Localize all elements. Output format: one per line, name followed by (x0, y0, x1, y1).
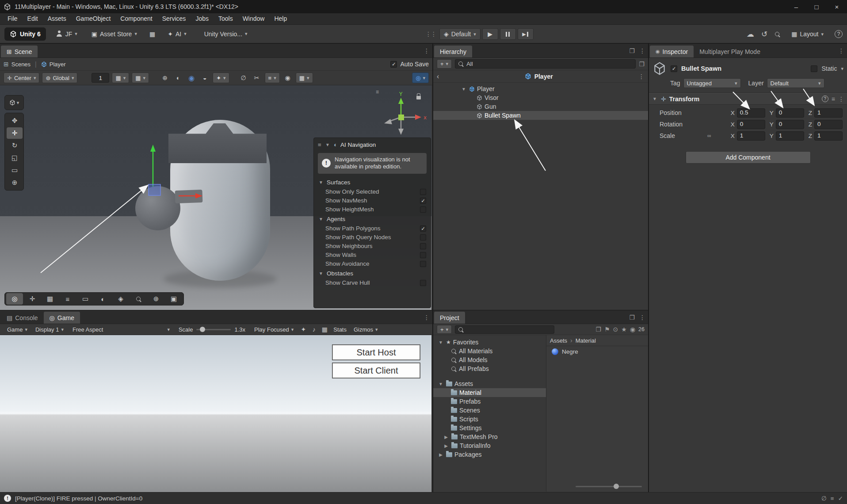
maximize-button[interactable]: □ (806, 0, 827, 13)
pivot-dropdown[interactable]: ✛Center▾ (4, 73, 39, 83)
account-dropdown[interactable]: JF▾ (52, 28, 81, 40)
menu-edit[interactable]: Edit (23, 13, 43, 24)
nav-item[interactable]: Show Path Query Nodes (314, 233, 431, 242)
project-row-material[interactable]: Material (433, 388, 546, 397)
version-control-dropdown[interactable]: Unity Versio...▾ (200, 28, 252, 40)
scale-z-field[interactable]: 1 (814, 131, 843, 141)
scene-visibility-icon[interactable]: ◉ (282, 73, 293, 83)
project-search-input[interactable] (455, 325, 554, 334)
cloud-icon[interactable]: ☁ (747, 30, 754, 39)
breadcrumb-material[interactable]: Material (576, 337, 596, 344)
shading-overlay-button[interactable]: ◐ (95, 293, 111, 305)
menu-jobs[interactable]: Jobs (191, 13, 214, 24)
label-icon[interactable]: ⚑ (604, 326, 610, 333)
rect-tool-button[interactable]: ▭ (7, 164, 23, 176)
nav-section-agents[interactable]: ▼Agents (314, 214, 431, 224)
hierarchy-pin-icon[interactable]: ❐ (629, 47, 635, 54)
nav-checkbox[interactable] (420, 252, 426, 258)
history-icon[interactable]: ↺ (761, 30, 767, 39)
playmode-config-dropdown[interactable]: ◈ Default▾ (439, 28, 481, 40)
unity-version-chip[interactable]: Unity 6 (4, 27, 46, 41)
tag-dropdown[interactable]: Untagged▾ (683, 78, 741, 88)
grid-size-field[interactable]: 1 (92, 73, 109, 83)
active-checkbox[interactable]: ✓ (671, 65, 677, 72)
nav-checkbox[interactable]: ✓ (420, 225, 426, 232)
hidden-objects-icon[interactable]: ∅ (238, 73, 249, 83)
zoom-slider[interactable] (576, 486, 642, 487)
tab-game[interactable]: ◎ Game (44, 312, 80, 324)
back-button[interactable]: ‹ (437, 73, 439, 80)
auto-save-checkbox[interactable]: ✓ (390, 61, 397, 68)
start-host-button[interactable]: Start Host (332, 345, 420, 360)
visibility-icon[interactable]: ◉ (630, 326, 635, 333)
hierarchy-menu-icon[interactable]: ⋮ (639, 47, 645, 54)
hierarchy-search-input[interactable]: All (455, 59, 636, 69)
effects-dropdown[interactable]: ✦▾ (213, 73, 229, 83)
nav-checkbox[interactable] (420, 243, 426, 249)
nav-item[interactable]: Show HeightMesh (314, 205, 431, 214)
close-button[interactable]: × (827, 0, 847, 13)
aspect-dropdown[interactable]: Free Aspect▾ (68, 326, 174, 333)
nav-checkbox[interactable]: ✓ (420, 198, 426, 204)
view-options-dropdown[interactable]: ▾ (4, 95, 24, 110)
prefab-menu-icon[interactable]: ⋮ (638, 73, 645, 80)
minimize-button[interactable]: – (786, 0, 806, 13)
nav-item[interactable]: Show Walls (314, 251, 431, 260)
asset-store-dropdown[interactable]: ▣ Asset Store▾ (88, 28, 141, 40)
ai-dropdown[interactable]: ✦ AI▾ (164, 28, 191, 40)
scale-x-field[interactable]: 1 (737, 131, 765, 141)
nav-checkbox[interactable] (420, 206, 426, 213)
nav-item[interactable]: Show Path Polygons✓ (314, 224, 431, 233)
scale-slider[interactable]: Scale 1.3x (174, 326, 250, 333)
step-button[interactable]: ▶ (518, 28, 534, 40)
layer-dropdown[interactable]: Default▾ (767, 78, 824, 88)
gizmo-toggle-icon[interactable]: ⊕ (160, 73, 170, 83)
stats-button[interactable]: Stats (330, 326, 350, 333)
nav-item[interactable]: Show Only Selected (314, 187, 431, 196)
inspector-menu-icon[interactable]: ⋮ (838, 47, 844, 54)
pause-button[interactable] (500, 28, 516, 40)
help-icon[interactable]: ? (835, 30, 843, 38)
breadcrumb-assets[interactable]: Assets (550, 337, 567, 344)
position-x-field[interactable]: 0.5 (737, 108, 765, 118)
transform-tool-button[interactable]: ⊕ (7, 177, 23, 188)
menu-gameobject[interactable]: GameObject (71, 13, 116, 24)
scale-knob[interactable] (200, 327, 205, 332)
tab-inspector[interactable]: ◉ Inspector (650, 46, 694, 57)
tab-scene[interactable]: ⊞ Scene (1, 46, 38, 57)
cutout-icon[interactable]: ✂ (252, 73, 262, 83)
help-icon[interactable]: ? (822, 95, 828, 102)
scene-menu-icon[interactable]: ⋮ (424, 47, 430, 54)
project-menu-icon[interactable]: ⋮ (639, 314, 645, 321)
asset-item-negre[interactable]: Negre (546, 346, 648, 357)
skybox-toggle-icon[interactable]: ◐ (173, 73, 183, 83)
project-row-all-materials[interactable]: All Materials (433, 347, 546, 355)
gizmo-overlay-button[interactable]: ⊕ (148, 293, 164, 305)
presets-icon[interactable]: ≡ (832, 95, 835, 103)
nav-checkbox[interactable] (420, 234, 426, 241)
project-row-scenes[interactable]: Scenes (433, 406, 546, 415)
hidden-search-icon[interactable]: ❐ (595, 326, 601, 333)
component-tools-dropdown[interactable]: ◎▾ (412, 73, 429, 83)
tab-hierarchy[interactable]: Hierarchy (434, 46, 472, 57)
particles-overlay-button[interactable]: ◈ (112, 293, 129, 305)
tab-project[interactable]: Project (434, 312, 465, 324)
rotation-z-field[interactable]: 0 (814, 120, 843, 129)
audio-toggle-icon[interactable]: ◒ (199, 73, 210, 83)
project-row-settings[interactable]: Settings (433, 424, 546, 432)
scale-tool-button[interactable]: ◱ (7, 152, 23, 164)
nav-item[interactable]: Show Carve Hull (314, 279, 431, 287)
menu-file[interactable]: File (3, 13, 23, 24)
menu-assets[interactable]: Assets (43, 13, 71, 24)
search-icon[interactable] (775, 31, 780, 37)
link-scale-icon[interactable]: ∞ (707, 133, 711, 139)
move-tool-button[interactable]: ✛ (7, 127, 23, 139)
position-y-field[interactable]: 0 (776, 108, 804, 118)
menu-help[interactable]: Help (269, 13, 292, 24)
move-overlay-button[interactable]: ✛ (24, 293, 41, 305)
lighting-toggle-icon[interactable]: ◉ (186, 73, 197, 83)
hand-tool-button[interactable]: ✥ (7, 115, 23, 126)
alert-icon[interactable]: ⊙ (613, 326, 618, 333)
scene-viewport[interactable]: ≡ Y x ▾ ✥ ✛ (0, 85, 431, 310)
drag-handle-icon[interactable]: ⋮⋮ (425, 31, 436, 38)
